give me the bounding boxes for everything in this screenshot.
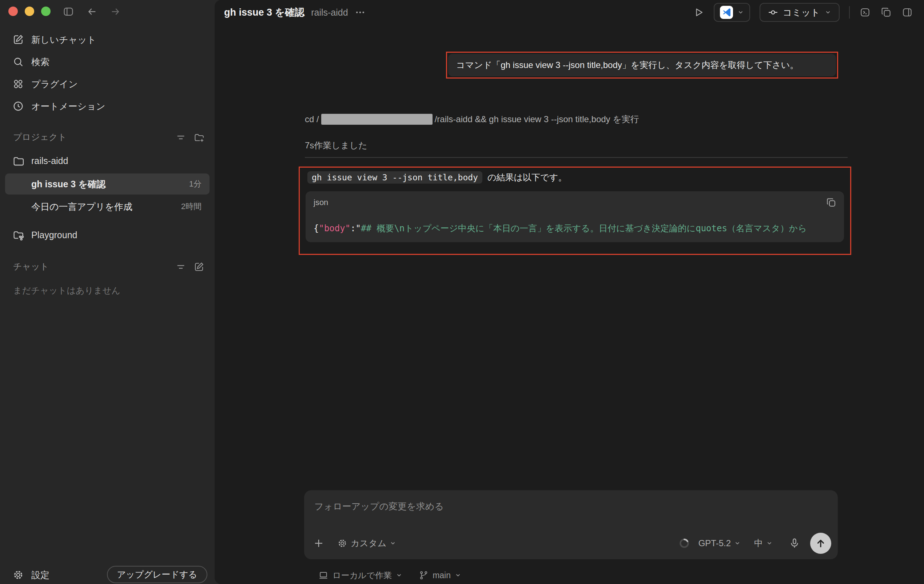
user-message-text: コマンド「gh issue view 3 --json title,body」を… xyxy=(456,59,799,71)
user-message-bubble: コマンド「gh issue view 3 --json title,body」を… xyxy=(448,54,836,76)
chevron-down-icon xyxy=(766,540,773,547)
attach-plus-icon[interactable] xyxy=(313,538,325,549)
branch-label: main xyxy=(432,571,451,581)
right-panel-icon[interactable] xyxy=(901,7,913,18)
composer-placeholder[interactable]: フォローアップの変更を求める xyxy=(314,500,444,512)
filter-icon[interactable] xyxy=(175,262,186,272)
main-panel: gh issue 3 を確認 rails-aidd xyxy=(214,0,924,584)
copy-code-icon[interactable] xyxy=(826,197,837,208)
sidebar-item-label: 検索 xyxy=(31,56,50,68)
json-string-value: ## 概要\nトップページ中央に「本日の一言」を表示する。日付に基づき決定論的に… xyxy=(361,223,807,234)
thread-item-gh-issue-3[interactable]: gh issue 3 を確認 1分 xyxy=(5,173,210,194)
code-content: {"body":"## 概要\nトップページ中央に「本日の一言」を表示する。日付… xyxy=(314,222,840,234)
laptop-icon xyxy=(318,570,329,581)
gear-icon xyxy=(12,569,24,581)
terminal-icon[interactable] xyxy=(859,7,871,18)
workspace-label: ローカルで作業 xyxy=(333,570,392,581)
projects-header-label: プロジェクト xyxy=(13,131,66,143)
result-line: gh issue view 3 --json title,body の結果は以下… xyxy=(307,170,567,185)
compose-icon[interactable] xyxy=(193,262,205,272)
copy-tabs-icon[interactable] xyxy=(880,7,892,18)
chats-header-label: チャット xyxy=(13,261,49,272)
workspace-status-bar: ローカルで作業 main xyxy=(318,568,462,582)
sidebar: 新しいチャット 検索 プラグイン オートメーション プロジェクト xyxy=(0,0,214,584)
model-dropdown[interactable]: GPT-5.2 xyxy=(698,538,741,548)
tool-call-line: cd //rails-aidd && gh issue view 3 --jso… xyxy=(305,114,639,125)
send-button[interactable] xyxy=(810,533,831,554)
sidebar-item-label: 設定 xyxy=(31,569,50,581)
thread-title: 今日の一言アプリを作成 xyxy=(31,201,132,213)
sidebar-item-plugins[interactable]: プラグイン xyxy=(0,75,214,93)
git-branch-icon xyxy=(419,570,429,581)
open-in-vscode-button[interactable] xyxy=(714,3,750,22)
commit-icon xyxy=(767,7,779,18)
tool-call-suffix: /rails-aidd && gh issue view 3 --json ti… xyxy=(435,114,639,125)
branch-dropdown[interactable]: main xyxy=(419,570,462,581)
more-options-icon[interactable] xyxy=(355,7,366,18)
json-separator: :" xyxy=(350,223,361,234)
effort-dropdown[interactable]: 中 xyxy=(754,538,773,549)
search-icon xyxy=(12,56,24,67)
code-block: json {"body":"## 概要\nトップページ中央に「本日の一言」を表示… xyxy=(305,191,844,242)
thread-title: gh issue 3 を確認 xyxy=(31,178,106,190)
main-header: gh issue 3 を確認 rails-aidd xyxy=(214,0,924,25)
custom-mode-dropdown[interactable]: カスタム xyxy=(337,538,396,549)
project-item-rails-aidd[interactable]: rails-aidd xyxy=(0,151,214,170)
zoom-window-button[interactable] xyxy=(41,7,51,16)
sidebar-item-label: オートメーション xyxy=(31,100,106,112)
json-key: "body" xyxy=(318,223,350,234)
header-divider xyxy=(849,6,850,18)
upgrade-button[interactable]: アップグレードする xyxy=(107,566,208,583)
thread-time: 1分 xyxy=(189,179,201,189)
add-project-folder-icon[interactable] xyxy=(193,132,205,143)
sidebar-item-search[interactable]: 検索 xyxy=(0,53,214,71)
commit-button[interactable]: コミット xyxy=(759,3,840,22)
effort-label: 中 xyxy=(754,538,763,549)
composer[interactable]: フォローアップの変更を求める カスタム xyxy=(304,490,838,559)
filter-icon[interactable] xyxy=(175,132,186,143)
page-title: gh issue 3 を確認 xyxy=(224,6,305,19)
upgrade-button-label: アップグレードする xyxy=(117,569,198,581)
folder-icon xyxy=(12,155,24,166)
sidebar-item-label: Playground xyxy=(31,230,77,240)
chats-empty-text: まだチャットはありません xyxy=(13,285,120,296)
chevron-down-icon xyxy=(389,540,396,547)
message-divider xyxy=(305,157,848,158)
close-window-button[interactable] xyxy=(8,7,18,16)
model-label: GPT-5.2 xyxy=(698,538,731,548)
toggle-sidebar-icon[interactable] xyxy=(62,5,75,18)
project-item-label: rails-aidd xyxy=(31,156,68,166)
custom-mode-label: カスタム xyxy=(351,538,386,549)
thread-item-hitokoto-app[interactable]: 今日の一言アプリを作成 2時間 xyxy=(5,196,210,217)
chats-section-header: チャット xyxy=(0,258,214,275)
thread-time: 2時間 xyxy=(181,201,201,212)
projects-section-header: プロジェクト xyxy=(0,129,214,145)
sidebar-item-playground[interactable]: Playground xyxy=(0,226,214,244)
chevron-down-icon xyxy=(737,9,744,16)
plugins-icon xyxy=(12,78,24,90)
microphone-icon[interactable] xyxy=(788,537,801,549)
compose-icon xyxy=(12,34,24,46)
json-open-brace: { xyxy=(314,223,318,234)
minimize-window-button[interactable] xyxy=(25,7,34,16)
gear-icon xyxy=(337,538,348,549)
chevron-down-icon xyxy=(396,572,403,579)
page-subtitle: rails-aidd xyxy=(311,7,348,18)
chevron-down-icon xyxy=(824,9,832,16)
arrow-up-icon xyxy=(815,538,826,549)
playground-folder-icon xyxy=(12,229,24,241)
result-text: の結果は以下です。 xyxy=(487,172,567,183)
duration-text: 7s作業しました xyxy=(305,140,368,151)
clock-icon xyxy=(12,100,24,112)
result-inline-code: gh issue view 3 --json title,body xyxy=(307,171,482,184)
sidebar-item-label: 新しいチャット xyxy=(31,34,96,46)
back-arrow-icon[interactable] xyxy=(86,6,98,18)
sidebar-item-automation[interactable]: オートメーション xyxy=(0,97,214,115)
run-play-icon[interactable] xyxy=(693,7,704,18)
context-usage-ring xyxy=(679,538,690,549)
sidebar-item-new-chat[interactable]: 新しいチャット xyxy=(0,31,214,49)
vscode-icon xyxy=(719,5,733,19)
forward-arrow-icon[interactable] xyxy=(109,6,122,18)
chevron-down-icon xyxy=(454,572,462,579)
workspace-dropdown[interactable]: ローカルで作業 xyxy=(318,570,403,581)
